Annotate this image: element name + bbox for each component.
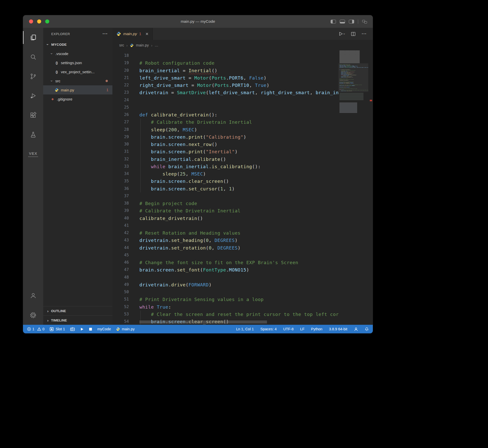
code-line[interactable]: # Begin project code <box>112 200 338 207</box>
tree-item-label: .gitignore <box>57 97 72 101</box>
code-line[interactable]: # Calibrate the Drivetrain Inertial <box>112 207 338 214</box>
code-line[interactable]: brain.screen.set_cursor(1, 1) <box>112 185 338 192</box>
code-line[interactable] <box>112 252 338 259</box>
code-line[interactable]: brain.screen.clear_screen() <box>112 178 338 185</box>
code-line[interactable]: def calibrate_drivetrain(): <box>112 111 338 118</box>
project-status[interactable]: myCode <box>97 327 111 331</box>
close-button[interactable] <box>29 19 33 23</box>
activity-extensions[interactable] <box>23 106 43 125</box>
slot-status[interactable]: Slot 1 <box>50 327 65 331</box>
split-editor-icon[interactable] <box>351 32 356 36</box>
tab-label: main.py <box>123 32 137 36</box>
minimap-slider[interactable] <box>338 63 368 92</box>
traffic-lights <box>29 15 49 28</box>
code-line[interactable]: while True: <box>112 303 338 311</box>
code-line[interactable]: sleep(200, MSEC) <box>112 126 338 133</box>
tree-item-settings-json[interactable]: {}settings.json <box>43 58 112 67</box>
horizontal-scrollbar[interactable] <box>139 320 267 323</box>
code-line[interactable]: # Calibrate the Drivetrain Inertial <box>112 118 338 126</box>
toggle-secondary-sidebar-icon[interactable] <box>349 20 354 23</box>
code-line[interactable]: drivetrain.set_rotation(0, DEGREES) <box>112 244 338 252</box>
tree-item-vscode[interactable]: ›.vscode <box>43 49 112 58</box>
toggle-panel-icon[interactable] <box>340 20 345 23</box>
code-line[interactable]: # Clear the screen and reset the print c… <box>112 311 338 318</box>
cursor-position[interactable]: Ln 1, Col 1 <box>236 327 254 331</box>
problems-status[interactable]: 1 0 <box>27 327 44 331</box>
timeline-section[interactable]: › TIMELINE <box>43 315 112 325</box>
code-line[interactable]: calibrate_drivetrain() <box>112 215 338 222</box>
indentation-status[interactable]: Spaces: 4 <box>260 327 277 331</box>
code-line[interactable] <box>112 104 338 111</box>
minimize-button[interactable] <box>37 19 41 23</box>
code-line[interactable]: brain_inertial = Inertial() <box>112 67 338 74</box>
tree-item-src[interactable]: ›src <box>43 76 112 85</box>
code-line[interactable]: brain_inertial.calibrate() <box>112 156 338 163</box>
customize-layout-icon[interactable] <box>362 20 367 23</box>
breadcrumb-src[interactable]: src <box>119 43 124 47</box>
breadcrumb-file[interactable]: main.py <box>136 43 149 47</box>
editor-group: main.py 1 × › ··· src › main.py <box>112 28 373 325</box>
code-line[interactable]: while brain_inertial.is_calibrating(): <box>112 163 338 170</box>
code-line[interactable]: brain.screen.next_row() <box>112 141 338 148</box>
run-button[interactable]: › <box>338 31 345 36</box>
overview-ruler-error-mark <box>370 100 372 101</box>
activity-source-control[interactable] <box>23 67 43 86</box>
code-line[interactable]: # Change the font size to fit on the EXP… <box>112 259 338 266</box>
tree-item-gitignore[interactable]: ◆.gitignore <box>43 94 112 104</box>
activity-run-debug[interactable] <box>23 86 43 106</box>
code-line[interactable] <box>112 288 338 296</box>
code-lines[interactable]: # Robot configuration codebrain_inertial… <box>112 52 338 325</box>
tree-item-mycode[interactable]: › MYCODE <box>43 40 112 49</box>
code-line[interactable]: sleep(25, MSEC) <box>112 170 338 178</box>
code-line[interactable] <box>112 96 338 104</box>
encoding-status[interactable]: UTF-8 <box>283 327 294 331</box>
code-line[interactable] <box>112 274 338 281</box>
code-line[interactable] <box>112 52 338 59</box>
code-line[interactable]: brain.screen.print("Calibrating") <box>112 133 338 141</box>
vscode-window: main.py — myCode <box>23 15 373 333</box>
code-line[interactable]: left_drive_smart = Motor(Ports.PORT6, Fa… <box>112 74 338 82</box>
title-bar[interactable]: main.py — myCode <box>23 15 373 28</box>
activity-accounts[interactable] <box>23 286 43 305</box>
code-line[interactable]: drivetrain.drive(FORWARD) <box>112 281 338 288</box>
run-debug-icon <box>30 92 37 99</box>
code-line[interactable]: # Robot configuration code <box>112 59 338 67</box>
code-line[interactable]: right_drive_smart = Motor(Ports.PORT10, … <box>112 82 338 89</box>
breadcrumb-symbol[interactable]: … <box>155 43 158 47</box>
zoom-button[interactable] <box>45 19 49 23</box>
code-line[interactable] <box>112 222 338 229</box>
stop-program-button[interactable] <box>89 328 92 331</box>
tree-item-label: vex_project_settin... <box>61 70 94 74</box>
outline-section[interactable]: › OUTLINE <box>43 306 112 315</box>
activity-search[interactable] <box>23 47 43 67</box>
code-line[interactable]: brain.screen.set_font(FontType.MONO15) <box>112 266 338 273</box>
explorer-actions-icon[interactable]: ··· <box>103 31 108 37</box>
file-status[interactable]: main.py <box>116 327 135 331</box>
language-status[interactable]: Python <box>311 327 322 331</box>
eol-status[interactable]: LF <box>300 327 304 331</box>
code-line[interactable]: drivetrain.set_heading(0, DEGREES) <box>112 237 338 244</box>
code-line[interactable]: drivetrain = SmartDrive(left_drive_smart… <box>112 89 338 96</box>
interpreter-status[interactable]: 3.8.9 64-bit <box>329 327 347 331</box>
minimap[interactable]: # Robot configuration codebrain_inertial… <box>338 51 368 325</box>
code-line[interactable]: brain.screen.print("Inertial") <box>112 148 338 155</box>
tab-main-py[interactable]: main.py 1 × <box>112 28 153 40</box>
tree-item-main-py[interactable]: main.py1 <box>43 85 112 94</box>
activity-explorer[interactable] <box>23 28 43 47</box>
play-icon <box>80 327 84 331</box>
run-program-button[interactable] <box>80 327 84 331</box>
code-line[interactable]: # Print Drivetrain Sensing values in a l… <box>112 296 338 303</box>
activity-testing[interactable] <box>23 125 43 144</box>
notifications-button[interactable] <box>365 327 369 331</box>
feedback-button[interactable] <box>354 327 358 331</box>
tree-item-vex-project-settin[interactable]: {}vex_project_settin... <box>43 67 112 76</box>
activity-settings[interactable] <box>23 305 43 325</box>
activity-vex[interactable]: VEX <box>23 144 43 164</box>
device-status[interactable] <box>70 327 75 331</box>
editor-actions-icon[interactable]: ··· <box>362 31 367 36</box>
code-line[interactable] <box>112 192 338 200</box>
code-line[interactable]: # Reset Rotation and Heading values <box>112 229 338 237</box>
toggle-primary-sidebar-icon[interactable] <box>331 20 336 23</box>
tab-close-icon[interactable]: × <box>145 31 149 36</box>
code-editor[interactable]: 1819202122232425262728293031323334353637… <box>112 51 373 325</box>
